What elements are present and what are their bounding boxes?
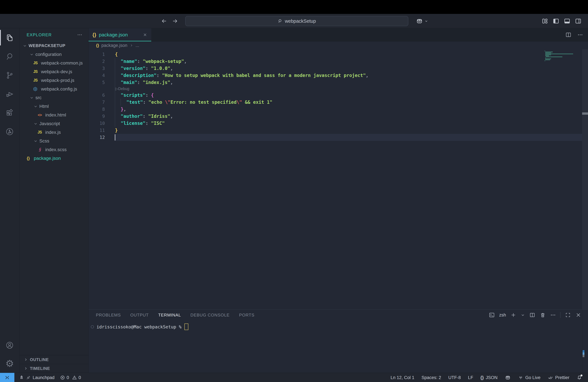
explorer-icon[interactable]: [0, 28, 19, 47]
eol-sequence[interactable]: LF: [468, 375, 473, 380]
split-terminal-icon[interactable]: [529, 312, 535, 318]
close-panel-icon[interactable]: [575, 312, 582, 318]
scrollbar-thumb[interactable]: [582, 112, 588, 115]
account-icon[interactable]: [0, 336, 19, 354]
code-line-10[interactable]: 10"license": "ISC": [88, 120, 588, 127]
prettier-button[interactable]: Prettier: [548, 375, 569, 380]
chevron-right-icon: [24, 358, 28, 362]
code-line-3[interactable]: 3"version": "1.0.0",: [88, 65, 588, 72]
timeline-section[interactable]: TIMELINE: [20, 364, 88, 373]
run-debug-icon[interactable]: [0, 85, 19, 104]
code-line-12[interactable]: 12: [88, 134, 588, 141]
tab-package-json[interactable]: {} package.json: [88, 28, 151, 41]
code-line-5[interactable]: 5"main": "index.js",: [88, 79, 588, 86]
extensions-icon[interactable]: [0, 104, 19, 122]
maximize-panel-icon[interactable]: [565, 312, 571, 318]
language-label: JSON: [486, 375, 498, 380]
error-count: 0: [67, 375, 69, 380]
remote-explorer-icon[interactable]: [0, 122, 19, 141]
explorer-actions-icon[interactable]: [77, 32, 83, 38]
forward-arrow-icon[interactable]: [172, 18, 178, 24]
back-arrow-icon[interactable]: [161, 18, 168, 24]
kill-terminal-icon[interactable]: [540, 312, 546, 318]
copilot-status-icon[interactable]: [505, 375, 511, 381]
line-number: 12: [88, 134, 105, 141]
terminal-cursor: [184, 323, 188, 330]
command-decoration-icon: [91, 325, 94, 328]
panel-tab-terminal[interactable]: TERMINAL: [158, 313, 181, 318]
copilot-button[interactable]: [416, 14, 428, 28]
editor-more-actions-icon[interactable]: [577, 32, 583, 38]
editor-scrollbar[interactable]: [582, 49, 588, 309]
double-check-icon: [548, 375, 553, 380]
source-control-icon[interactable]: [0, 66, 19, 85]
remote-indicator-button[interactable]: [0, 373, 14, 382]
language-mode[interactable]: {​} JSON: [480, 375, 498, 380]
tree-item-src[interactable]: src: [20, 93, 88, 102]
tree-item-label: Javascript: [39, 121, 60, 126]
activity-bar: ⚙: [0, 28, 20, 373]
code-line-4[interactable]: 4"description": "How to setup webpack wi…: [88, 72, 588, 79]
tree-item-scss[interactable]: Scss: [20, 137, 88, 145]
new-terminal-icon[interactable]: [510, 312, 516, 318]
launchpad-button[interactable]: Launchpad: [19, 375, 55, 380]
tree-item-configuration[interactable]: configuration: [20, 50, 88, 59]
search-sidebar-icon[interactable]: [0, 47, 19, 66]
tree-item-webpack-config-js[interactable]: webpack.config.js: [20, 85, 88, 93]
vscode-window: webpackSetup: [0, 0, 588, 382]
outline-section[interactable]: OUTLINE: [20, 355, 88, 364]
tree-item-index-html[interactable]: <>index.html: [20, 111, 88, 119]
toggle-secondary-sidebar-icon[interactable]: [575, 18, 582, 25]
toggle-panel-icon[interactable]: [564, 18, 571, 25]
panel-tab-ports[interactable]: PORTS: [239, 313, 254, 318]
indentation[interactable]: Spaces: 2: [421, 375, 441, 380]
json-file-icon: {}: [92, 32, 96, 38]
encoding[interactable]: UTF-8: [448, 375, 461, 380]
toggle-sidebar-icon[interactable]: [552, 18, 560, 25]
split-editor-icon[interactable]: [565, 32, 572, 38]
breadcrumb-file: package.json: [102, 43, 127, 48]
problems-button[interactable]: 0 0: [60, 375, 81, 380]
panel-tab-debug-console[interactable]: DEBUG CONSOLE: [190, 313, 230, 318]
tree-item-javascript[interactable]: Javascript: [20, 119, 88, 128]
tree-item-webpacksetup[interactable]: WEBPACKSETUP: [20, 41, 88, 50]
panel-tab-problems[interactable]: PROBLEMS: [96, 313, 121, 318]
code-line-1[interactable]: 1{: [88, 51, 588, 58]
panel-more-actions-icon[interactable]: [550, 312, 556, 318]
tab-label: package.json: [99, 32, 128, 38]
minimap-line: [545, 51, 545, 51]
terminal-dropdown-icon[interactable]: [521, 313, 525, 317]
terminal[interactable]: idrisscissoko@Mac webpackSetup %: [91, 323, 188, 330]
go-live-button[interactable]: Go Live: [518, 375, 541, 380]
code-line-2[interactable]: 2"name": "webpack-setup",: [88, 58, 588, 65]
menu-bar-strip: [0, 0, 588, 14]
tree-item-webpack-dev-js[interactable]: JSwebpack-dev.js: [20, 67, 88, 76]
minimap[interactable]: [545, 51, 576, 63]
rocket-icon: [19, 375, 24, 380]
tree-item-webpack-prod-js[interactable]: JSwebpack-prod.js: [20, 76, 88, 85]
code-line-9[interactable]: 9"author": "Idriss",: [88, 113, 588, 120]
tree-item-label: index.html: [45, 112, 66, 118]
code-line-6[interactable]: 6"scripts": {: [88, 92, 588, 99]
tree-item-index-scss[interactable]: §index.scss: [20, 145, 88, 154]
settings-gear-icon[interactable]: ⚙: [0, 354, 19, 373]
close-tab-icon[interactable]: [143, 33, 147, 37]
codelens-debug[interactable]: ▷Debug: [88, 86, 588, 92]
broadcast-icon: [518, 375, 523, 380]
customize-layout-icon[interactable]: [541, 18, 548, 25]
explorer-title: EXPLORER: [27, 32, 52, 37]
panel-tab-output[interactable]: OUTPUT: [130, 313, 149, 318]
command-center-search[interactable]: webpackSetup: [185, 16, 408, 26]
tree-item-webpack-common-js[interactable]: JSwebpack-common.js: [20, 59, 88, 67]
tree-item-html[interactable]: Html: [20, 102, 88, 111]
code-line-7[interactable]: 7"test": "echo \"Error: no test specifie…: [88, 99, 588, 106]
code-editor[interactable]: 1{2"name": "webpack-setup",3"version": "…: [88, 49, 588, 309]
code-line-8[interactable]: 8},: [88, 106, 588, 113]
breadcrumb[interactable]: {} package.json ...: [88, 42, 588, 49]
tree-item-index-js[interactable]: JSindex.js: [20, 128, 88, 137]
shell-name: zsh: [499, 313, 506, 318]
cursor-position[interactable]: Ln 12, Col 1: [391, 375, 414, 380]
notifications-bell-icon[interactable]: [577, 375, 582, 380]
tree-item-package-json[interactable]: {}package.json: [20, 154, 88, 163]
code-line-11[interactable]: 11}: [88, 127, 588, 134]
